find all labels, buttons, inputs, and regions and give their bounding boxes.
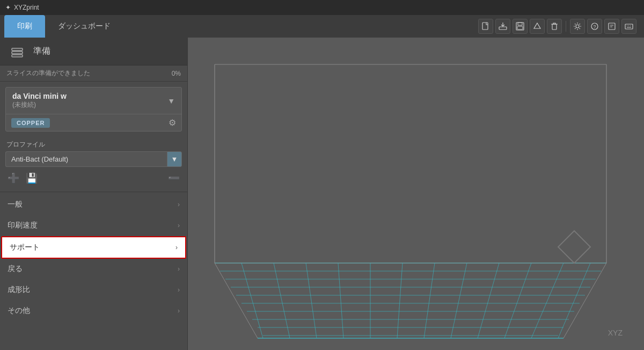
keyboard-icon[interactable]: [621, 19, 636, 34]
printer-section: da Vinci mini w (未接続) ▼ COPPER ⚙: [5, 87, 182, 132]
viewport-scene: [188, 38, 644, 350]
chevron-icon-scale: ›: [178, 286, 180, 294]
delete-icon[interactable]: [547, 19, 562, 34]
svg-marker-5: [534, 23, 540, 28]
printer-name: da Vinci mini w: [12, 92, 67, 100]
tab-bar: 印刷 ダッシュボード: [0, 15, 644, 38]
settings-gear-icon[interactable]: [570, 19, 585, 34]
xyz-label: XYZ: [608, 329, 623, 337]
model-icon[interactable]: [530, 19, 545, 34]
svg-rect-14: [12, 55, 23, 57]
save-icon[interactable]: [513, 19, 528, 34]
profile-actions: ➕ 💾 ➖: [6, 171, 181, 185]
svg-rect-11: [625, 24, 633, 29]
menu-item-back[interactable]: 戻る ›: [0, 259, 187, 280]
svg-rect-3: [518, 23, 522, 25]
menu-item-support[interactable]: サポート ›: [1, 236, 186, 259]
profile-dropdown-arrow-icon[interactable]: ▼: [167, 151, 182, 167]
status-bar: スライスの準備ができました 0%: [0, 65, 187, 82]
left-panel: 準備 スライスの準備ができました 0% da Vinci mini w (未接続…: [0, 38, 188, 350]
add-profile-icon[interactable]: ➕: [6, 171, 20, 185]
tab-print[interactable]: 印刷: [4, 15, 45, 38]
menu-item-general[interactable]: 一般 ›: [0, 194, 187, 215]
menu-item-other[interactable]: その他 ›: [0, 301, 187, 322]
printer-info: da Vinci mini w (未接続): [12, 92, 67, 110]
menu-item-print-speed[interactable]: 印刷速度 ›: [0, 215, 187, 236]
profile-select[interactable]: Anti-Bact (Default): [5, 151, 167, 167]
svg-text:?: ?: [594, 24, 596, 30]
svg-rect-12: [12, 48, 23, 50]
prepare-title: 準備: [33, 46, 50, 57]
separator-1: [566, 21, 566, 32]
svg-rect-1: [499, 27, 507, 30]
tab-dashboard[interactable]: ダッシュボード: [45, 15, 123, 38]
new-file-icon[interactable]: [478, 19, 493, 34]
printer-dropdown-arrow-icon[interactable]: ▼: [167, 97, 175, 105]
save-profile-icon[interactable]: 💾: [25, 171, 39, 185]
chevron-icon-print-speed: ›: [178, 222, 180, 229]
printer-material-row: COPPER ⚙: [6, 114, 181, 131]
title-bar: ✦ XYZprint: [0, 0, 644, 15]
printer-selector[interactable]: da Vinci mini w (未接続) ▼: [6, 88, 181, 114]
viewport: XYZ: [188, 38, 644, 350]
chevron-icon-support: ›: [175, 244, 178, 251]
printer-status: (未接続): [12, 100, 67, 110]
svg-rect-0: [482, 23, 488, 30]
material-badge: COPPER: [11, 118, 50, 128]
toolbar: ?: [475, 15, 640, 38]
profile-row: Anti-Bact (Default) ▼: [5, 151, 182, 167]
app-title: XYZprint: [14, 4, 39, 11]
svg-rect-6: [552, 24, 557, 30]
report-icon[interactable]: [604, 19, 619, 34]
prepare-header: 準備: [0, 38, 187, 65]
divider-1: [0, 192, 187, 192]
main-layout: 準備 スライスの準備ができました 0% da Vinci mini w (未接続…: [0, 38, 644, 350]
chevron-icon-other: ›: [178, 307, 180, 315]
profile-selected-value: Anti-Bact (Default): [11, 155, 68, 163]
profile-add-save-group: ➕ 💾: [6, 171, 39, 185]
svg-rect-10: [609, 23, 615, 30]
menu-list: 一般 › 印刷速度 › サポート › 戻る › 成形比 › その他 ›: [0, 194, 187, 322]
app-logo-icon: ✦: [5, 4, 11, 11]
status-text: スライスの準備ができました: [6, 69, 90, 78]
chevron-icon-general: ›: [178, 201, 180, 208]
import-icon[interactable]: [495, 19, 510, 34]
svg-point-7: [576, 25, 579, 28]
profile-label: プロファイル: [0, 135, 187, 151]
printer-settings-icon[interactable]: ⚙: [169, 118, 176, 128]
tab-spacer: [123, 15, 475, 38]
svg-rect-13: [12, 52, 23, 54]
chevron-icon-back: ›: [178, 265, 180, 273]
help-icon[interactable]: ?: [587, 19, 602, 34]
remove-profile-icon[interactable]: ➖: [167, 171, 181, 185]
layers-icon: [9, 43, 26, 60]
status-percent: 0%: [172, 70, 181, 77]
menu-item-scale[interactable]: 成形比 ›: [0, 280, 187, 301]
svg-rect-4: [517, 26, 523, 30]
